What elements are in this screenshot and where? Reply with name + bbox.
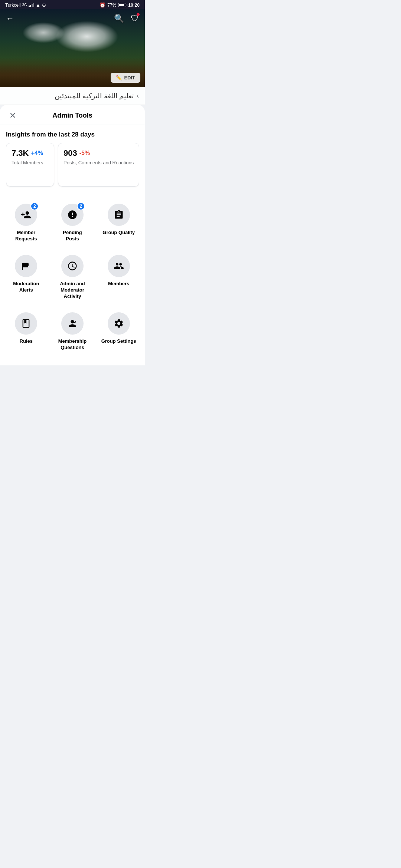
bottom-sheet: ✕ Admin Tools Insights from the last 28 … xyxy=(0,105,145,365)
pending-posts-icon-wrap: 2 xyxy=(61,204,84,226)
edit-label: EDIT xyxy=(124,75,135,80)
rules-label: Rules xyxy=(20,338,33,345)
stat-card-members[interactable]: 7.3K +4% Total Members xyxy=(6,143,54,187)
flag-icon xyxy=(21,261,31,271)
stat-label-members: Total Members xyxy=(12,160,49,166)
shield-badge-dot xyxy=(136,13,140,16)
group-settings-label: Group Settings xyxy=(101,338,136,345)
carrier-label: Turkcell xyxy=(5,3,21,8)
clock-icon xyxy=(67,261,78,271)
members-icon-wrap xyxy=(108,255,130,277)
nav-right-icons: 🔍 🛡 xyxy=(114,14,139,23)
hero-nav: ← 🔍 🛡 xyxy=(0,9,145,28)
tool-group-quality[interactable]: Group Quality xyxy=(96,197,141,247)
membership-questions-label: MembershipQuestions xyxy=(58,338,87,351)
admin-activity-icon-wrap xyxy=(61,255,84,277)
member-requests-icon-wrap: 2 xyxy=(15,204,37,226)
stat-label-posts: Posts, Comments and Reactions xyxy=(63,160,134,166)
battery-label: 77% xyxy=(107,3,116,8)
tool-group-settings[interactable]: Group Settings xyxy=(96,306,141,355)
gear-icon xyxy=(114,318,124,329)
chevron-right-icon: › xyxy=(137,92,139,100)
stat-card-posts[interactable]: 903 -5% Posts, Comments and Reactions xyxy=(58,143,139,187)
network-label: 3G xyxy=(22,3,27,7)
status-left: Turkcell 3G ▲ ⊕ xyxy=(5,2,46,8)
person-check-icon xyxy=(67,318,78,329)
group-quality-icon-wrap xyxy=(108,204,130,226)
stats-row: 7.3K +4% Total Members 903 -5% Posts, Co… xyxy=(6,143,139,188)
members-label: Members xyxy=(108,281,129,287)
book-icon xyxy=(21,318,31,329)
back-icon[interactable]: ← xyxy=(6,14,14,23)
pending-posts-badge: 2 xyxy=(77,202,85,210)
stat-change-members: +4% xyxy=(31,150,43,157)
group-name: تعليم اللغة التركية للمبتدئين xyxy=(55,92,134,100)
hero-image: ← 🔍 🛡 ✏️ EDIT xyxy=(0,9,145,87)
status-bar: Turkcell 3G ▲ ⊕ ⏰ 77% 10:20 xyxy=(0,0,145,9)
admin-activity-label: Admin andModeratorActivity xyxy=(60,281,85,300)
tool-members[interactable]: Members xyxy=(96,248,141,304)
stat-number-members: 7.3K +4% xyxy=(12,148,49,158)
tool-pending-posts[interactable]: 2 PendingPosts xyxy=(50,197,95,247)
insights-title: Insights from the last 28 days xyxy=(6,131,139,138)
tool-moderation-alerts[interactable]: ModerationAlerts xyxy=(4,248,49,304)
hero-ground xyxy=(0,57,145,87)
shield-badge[interactable]: 🛡 xyxy=(131,14,139,23)
tools-grid: 2 MemberRequests 2 PendingPosts xyxy=(4,197,141,355)
pencil-icon: ✏️ xyxy=(116,75,122,80)
insights-section: Insights from the last 28 days 7.3K +4% … xyxy=(0,125,145,191)
member-requests-label: MemberRequests xyxy=(15,230,37,242)
battery-icon xyxy=(118,3,126,7)
group-quality-label: Group Quality xyxy=(102,230,135,236)
time-label: 10:20 xyxy=(128,3,140,8)
alert-icon xyxy=(67,210,78,220)
whatsapp-icon: ⊕ xyxy=(42,2,46,8)
close-button[interactable]: ✕ xyxy=(6,109,19,122)
sheet-header: ✕ Admin Tools xyxy=(0,105,145,125)
tools-section: 2 MemberRequests 2 PendingPosts xyxy=(0,191,145,358)
moderation-alerts-label: ModerationAlerts xyxy=(13,281,39,293)
wifi-icon: ▲ xyxy=(36,2,40,8)
status-right: ⏰ 77% 10:20 xyxy=(100,2,140,8)
moderation-alerts-icon-wrap xyxy=(15,255,37,277)
member-requests-badge: 2 xyxy=(30,202,39,210)
membership-questions-icon-wrap xyxy=(61,312,84,335)
rules-icon-wrap xyxy=(15,312,37,335)
signal-icon xyxy=(29,3,34,7)
alarm-icon: ⏰ xyxy=(100,2,105,8)
stat-number-posts: 903 -5% xyxy=(63,148,134,158)
tool-membership-questions[interactable]: MembershipQuestions xyxy=(50,306,95,355)
sheet-title: Admin Tools xyxy=(52,112,92,119)
tool-rules[interactable]: Rules xyxy=(4,306,49,355)
close-icon: ✕ xyxy=(9,111,16,121)
group-name-banner: › تعليم اللغة التركية للمبتدئين xyxy=(0,87,145,105)
clipboard-icon xyxy=(114,210,124,220)
search-icon[interactable]: 🔍 xyxy=(114,14,124,23)
stat-change-posts: -5% xyxy=(79,150,90,157)
pending-posts-label: PendingPosts xyxy=(63,230,82,242)
people-icon xyxy=(114,261,124,271)
person-add-icon xyxy=(21,210,31,220)
edit-button[interactable]: ✏️ EDIT xyxy=(111,73,140,83)
tool-admin-activity[interactable]: Admin andModeratorActivity xyxy=(50,248,95,304)
tool-member-requests[interactable]: 2 MemberRequests xyxy=(4,197,49,247)
group-settings-icon-wrap xyxy=(108,312,130,335)
